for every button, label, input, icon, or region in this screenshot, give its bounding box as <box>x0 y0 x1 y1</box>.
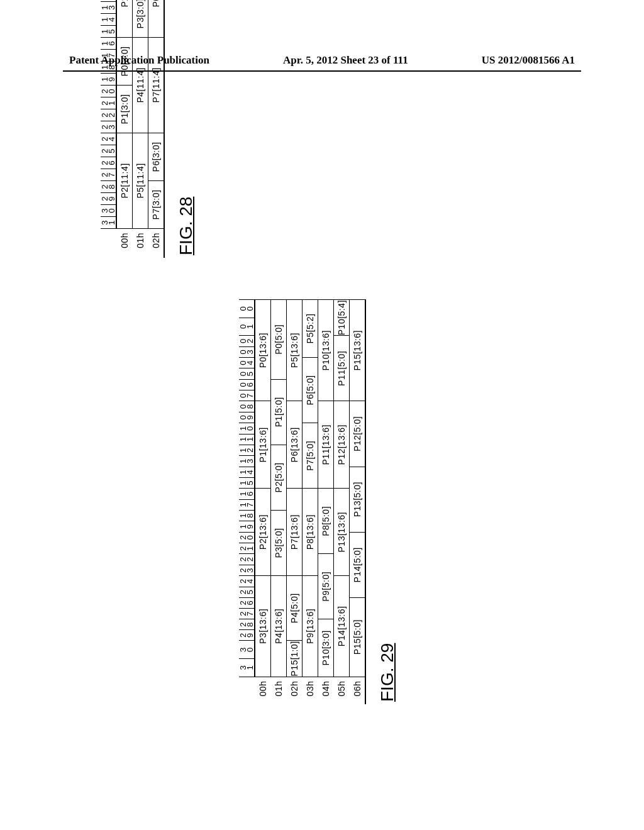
data-cell: P10[3:0] <box>318 619 334 677</box>
bit-header-addr <box>239 677 255 704</box>
data-cell: P2[13:6] <box>255 489 271 576</box>
fig28-table: 3130292827262524232221201918171615141312… <box>101 0 165 258</box>
data-cell: P15[13:6] <box>350 300 366 401</box>
bit-header-cell: 06 <box>239 379 255 390</box>
bit-header-cell: 00 <box>239 300 255 318</box>
header-right: US 2012/0081566 A1 <box>482 54 575 67</box>
data-cell: P11[13:6] <box>318 401 334 489</box>
row-address: 02h <box>287 677 303 704</box>
bit-header-cell: 28 <box>239 619 255 630</box>
row-address: 04h <box>318 677 334 704</box>
bit-header-cell: 11 <box>239 434 255 445</box>
bit-header-cell: 18 <box>101 62 116 74</box>
row-address: 03h <box>303 677 318 704</box>
bit-header-cell: 30 <box>101 205 116 217</box>
bit-header-cell: 31 <box>239 659 255 677</box>
bit-header-cell: 04 <box>239 358 255 368</box>
bit-header-cell: 08 <box>239 401 255 412</box>
row-address: 05h <box>334 677 350 704</box>
data-cell: P10[13:6] <box>318 300 334 401</box>
data-cell: P7[11:4] <box>148 38 165 133</box>
bit-header-cell: 15 <box>101 26 116 38</box>
data-cell: P9[5:0] <box>318 554 334 619</box>
data-cell: P0[13:6] <box>255 300 271 401</box>
data-cell: P1[13:6] <box>255 401 271 489</box>
bit-header-cell: 05 <box>239 368 255 379</box>
data-cell: P1[11:4] <box>116 0 133 38</box>
bit-header-cell: 15 <box>239 477 255 488</box>
bit-header-cell: 27 <box>101 169 116 181</box>
bit-header-cell: 16 <box>101 38 116 50</box>
data-cell: P6[11:4] <box>148 0 165 38</box>
data-cell: P7[5:0] <box>303 423 318 489</box>
bit-header-cell: 17 <box>239 499 255 510</box>
fig28-label: FIG. 28 <box>176 0 196 255</box>
figure-29: 3130292827262524232221201918171615141312… <box>239 299 397 704</box>
data-cell: P3[5:0] <box>271 511 287 576</box>
bit-header-cell: 21 <box>239 543 255 554</box>
data-cell: P4[5:0] <box>287 576 303 641</box>
data-cell: P8[5:0] <box>318 489 334 554</box>
bit-header-cell: 14 <box>239 467 255 477</box>
bit-header-cell: 31 <box>101 217 116 229</box>
row-address: 01h <box>133 229 148 258</box>
bit-header-cell: 21 <box>101 97 116 109</box>
data-cell: P11[5:0] <box>334 336 350 401</box>
bit-header-cell: 25 <box>239 587 255 597</box>
data-cell: P7[3:0] <box>148 181 165 229</box>
data-cell: P14[5:0] <box>350 532 366 597</box>
data-cell: P6[5:0] <box>303 358 318 423</box>
data-cell: P12[5:0] <box>350 401 366 467</box>
bit-header-cell: 29 <box>239 630 255 641</box>
bit-header-cell: 14 <box>101 14 116 26</box>
data-cell: P12[13:6] <box>334 401 350 489</box>
bit-header-cell: 25 <box>101 145 116 157</box>
bit-header-cell: 28 <box>101 181 116 193</box>
data-cell: P9[13:6] <box>303 576 318 677</box>
row-address: 01h <box>271 677 287 704</box>
bit-header-cell: 23 <box>101 121 116 133</box>
data-cell: P1[3:0] <box>116 86 133 133</box>
bit-header-addr <box>101 229 116 258</box>
data-cell: P2[5:0] <box>271 445 287 510</box>
bit-header-cell: 13 <box>101 2 116 14</box>
page-header: Patent Application Publication Apr. 5, 2… <box>0 54 644 70</box>
row-address: 06h <box>350 677 366 704</box>
bit-header-cell: 07 <box>239 390 255 401</box>
data-cell: P14[13:6] <box>334 576 350 677</box>
header-center: Apr. 5, 2012 Sheet 23 of 111 <box>209 54 482 67</box>
data-cell: P6[3:0] <box>148 133 165 181</box>
data-cell: P10[5:4] <box>334 300 350 336</box>
bit-header-cell: 03 <box>239 346 255 357</box>
fig29-label: FIG. 29 <box>377 299 397 702</box>
bit-header-cell: 29 <box>101 193 116 205</box>
bit-header-cell: 01 <box>239 318 255 336</box>
data-cell: P15[1:0] <box>287 641 303 677</box>
data-cell: P5[13:6] <box>287 300 303 401</box>
data-cell: P4[11:4] <box>133 38 148 133</box>
bit-header-cell: 26 <box>239 597 255 608</box>
data-cell: P13[13:6] <box>334 489 350 576</box>
data-cell: P0[5:0] <box>271 300 287 380</box>
data-cell: P6[13:6] <box>287 401 303 489</box>
row-address: 00h <box>255 677 271 704</box>
data-cell: P1[5:0] <box>271 379 287 445</box>
bit-header-cell: 12 <box>239 445 255 455</box>
data-cell: P2[11:4] <box>116 133 133 229</box>
bit-header-cell: 27 <box>239 609 255 619</box>
bit-header-cell: 30 <box>239 641 255 659</box>
bit-header-cell: 24 <box>239 576 255 587</box>
data-cell: P3[3:0] <box>133 0 148 38</box>
bit-header-cell: 10 <box>239 423 255 434</box>
fig29-table: 3130292827262524232221201918171615141312… <box>239 299 366 704</box>
bit-header-cell: 09 <box>239 412 255 423</box>
data-cell: P7[13:6] <box>287 489 303 576</box>
bit-header-cell: 23 <box>239 565 255 575</box>
data-cell: P4[13:6] <box>271 576 287 677</box>
bit-header-cell: 19 <box>239 521 255 532</box>
data-cell: P8[13:6] <box>303 489 318 576</box>
bit-header-cell: 20 <box>101 86 116 97</box>
data-cell: P0[3:0] <box>116 38 133 86</box>
data-cell: P5[11:4] <box>133 133 148 229</box>
figure-28: 3130292827262524232221201918171615141312… <box>101 0 196 258</box>
